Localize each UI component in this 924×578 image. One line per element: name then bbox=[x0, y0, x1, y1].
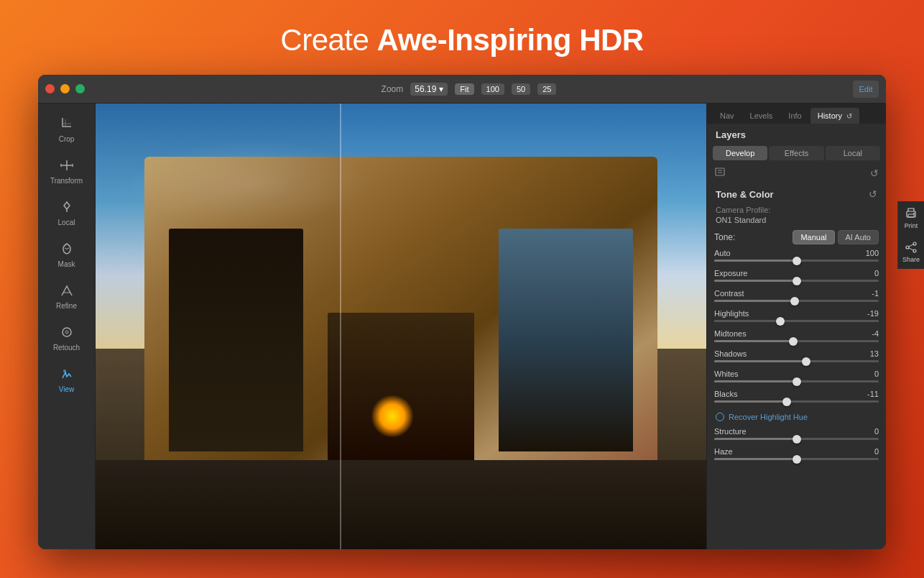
camera-profile: Camera Profile: ON1 Standard bbox=[714, 204, 879, 230]
zoom-50-button[interactable]: 50 bbox=[512, 83, 530, 95]
before-after-split bbox=[340, 104, 341, 549]
slider-midtones-value: -4 bbox=[861, 329, 879, 338]
slider-contrast-track[interactable] bbox=[714, 300, 879, 302]
slider-blacks-name: Blacks bbox=[714, 390, 737, 398]
slider-whites-value: 0 bbox=[861, 370, 879, 378]
slider-structure: Structure 0 bbox=[714, 427, 879, 440]
svg-point-7 bbox=[63, 370, 66, 372]
camera-profile-value: ON1 Standard bbox=[716, 216, 877, 224]
slider-auto-track[interactable] bbox=[714, 260, 879, 262]
slider-shadows-value: 13 bbox=[861, 349, 879, 358]
slider-structure-track[interactable] bbox=[714, 438, 879, 440]
slider-haze-thumb[interactable] bbox=[793, 455, 801, 464]
slider-whites-thumb[interactable] bbox=[793, 377, 801, 386]
slider-auto-thumb[interactable] bbox=[793, 257, 801, 265]
slider-exposure-track[interactable] bbox=[714, 280, 879, 282]
tone-ai-button[interactable]: AI Auto bbox=[838, 230, 879, 244]
slider-haze-track[interactable] bbox=[714, 458, 879, 460]
slider-shadows-thumb[interactable] bbox=[802, 357, 810, 366]
slider-shadows-name: Shadows bbox=[714, 349, 747, 358]
minimize-button[interactable] bbox=[60, 84, 70, 93]
tab-nav[interactable]: Nav bbox=[713, 108, 741, 124]
slider-structure-fill bbox=[714, 438, 797, 440]
slider-exposure: Exposure 0 bbox=[714, 269, 879, 282]
slider-highlights: Highlights -19 bbox=[714, 309, 879, 322]
layer-tab-local[interactable]: Local bbox=[826, 146, 880, 160]
history-icon: ↺ bbox=[846, 112, 852, 120]
slider-blacks-value: -11 bbox=[861, 390, 879, 398]
slider-highlights-thumb[interactable] bbox=[776, 317, 785, 326]
zoom-input[interactable]: 56.19 ▾ bbox=[410, 83, 448, 96]
slider-midtones-track[interactable] bbox=[714, 340, 879, 342]
layer-reset-icon[interactable]: ↺ bbox=[870, 168, 879, 179]
nav-tabs-bar: Nav Levels Info History ↺ bbox=[707, 104, 886, 124]
refine-icon bbox=[60, 283, 74, 300]
slider-midtones-name: Midtones bbox=[714, 329, 747, 338]
slider-highlights-value: -19 bbox=[861, 309, 879, 318]
crop-label: Crop bbox=[59, 135, 75, 144]
zoom-label: Zoom bbox=[382, 84, 404, 94]
layer-tab-effects[interactable]: Effects bbox=[769, 146, 823, 160]
slider-highlights-track[interactable] bbox=[714, 320, 879, 322]
tool-mask[interactable]: Mask bbox=[42, 236, 91, 275]
slider-haze: Haze 0 bbox=[714, 447, 879, 460]
slider-whites-name: Whites bbox=[714, 370, 739, 378]
panel-scroll-area: Tone & Color ↺ Camera Profile: ON1 Stand… bbox=[707, 183, 886, 549]
tool-view[interactable]: View bbox=[42, 361, 91, 400]
slider-exposure-thumb[interactable] bbox=[793, 277, 801, 285]
tool-crop[interactable]: Crop bbox=[42, 111, 91, 150]
slider-blacks-thumb[interactable] bbox=[782, 398, 791, 406]
tool-local[interactable]: Local bbox=[42, 194, 91, 233]
tone-manual-button[interactable]: Manual bbox=[793, 230, 834, 244]
title-bar: Zoom 56.19 ▾ Fit 100 50 25 Edit bbox=[38, 75, 886, 104]
slider-shadows-track[interactable] bbox=[714, 360, 879, 362]
slider-structure-name: Structure bbox=[714, 427, 747, 436]
slider-structure-thumb[interactable] bbox=[793, 435, 801, 444]
local-icon bbox=[60, 200, 74, 216]
zoom-fit-button[interactable]: Fit bbox=[455, 83, 473, 95]
mask-label: Mask bbox=[58, 260, 75, 269]
sun-element bbox=[371, 395, 414, 438]
slider-midtones-thumb[interactable] bbox=[789, 337, 798, 346]
slider-haze-name: Haze bbox=[714, 447, 733, 456]
slider-contrast-thumb[interactable] bbox=[790, 297, 799, 306]
photo-canvas bbox=[96, 104, 706, 549]
edit-button[interactable]: Edit bbox=[853, 81, 879, 98]
slider-haze-fill bbox=[714, 458, 797, 460]
tool-refine[interactable]: Refine bbox=[42, 277, 91, 316]
tone-buttons: Manual AI Auto bbox=[793, 230, 879, 244]
slider-exposure-value: 0 bbox=[861, 269, 879, 277]
layers-header: Layers bbox=[707, 124, 886, 143]
transform-label: Transform bbox=[50, 177, 83, 185]
tone-row: Tone: Manual AI Auto bbox=[714, 230, 879, 244]
tone-color-reset-icon[interactable]: ↺ bbox=[869, 188, 877, 200]
slider-auto: Auto 100 bbox=[714, 249, 879, 262]
slider-exposure-name: Exposure bbox=[714, 269, 747, 277]
recover-toggle[interactable] bbox=[716, 413, 724, 421]
hero-title: Create Awe-Inspiring HDR bbox=[280, 23, 643, 58]
transform-icon bbox=[60, 158, 74, 175]
layer-tabs-bar: Develop Effects Local bbox=[707, 143, 886, 163]
camera-profile-label: Camera Profile: bbox=[716, 206, 877, 214]
tool-retouch[interactable]: Retouch bbox=[42, 319, 91, 358]
tab-levels[interactable]: Levels bbox=[743, 108, 780, 124]
zoom-25-button[interactable]: 25 bbox=[537, 83, 556, 95]
tab-info[interactable]: Info bbox=[781, 108, 808, 124]
slider-whites-track[interactable] bbox=[714, 380, 879, 382]
slider-contrast-value: -1 bbox=[861, 289, 879, 298]
zoom-100-button[interactable]: 100 bbox=[481, 83, 504, 95]
slider-whites: Whites 0 bbox=[714, 370, 879, 382]
layer-tab-develop[interactable]: Develop bbox=[713, 146, 767, 160]
arch-center bbox=[328, 313, 474, 469]
tab-history[interactable]: History ↺ bbox=[810, 108, 859, 124]
close-button[interactable] bbox=[45, 84, 55, 93]
maximize-button[interactable] bbox=[75, 84, 85, 93]
layer-add-icon[interactable] bbox=[714, 166, 726, 180]
tool-transform[interactable]: Transform bbox=[42, 152, 91, 191]
slider-blacks-track[interactable] bbox=[714, 400, 879, 403]
arch-right bbox=[499, 229, 633, 451]
hero-title-regular: Create bbox=[280, 23, 376, 57]
edit-label: Edit bbox=[859, 85, 873, 93]
slider-contrast: Contrast -1 bbox=[714, 289, 879, 302]
hero-title-bold: Awe-Inspiring HDR bbox=[377, 23, 644, 57]
